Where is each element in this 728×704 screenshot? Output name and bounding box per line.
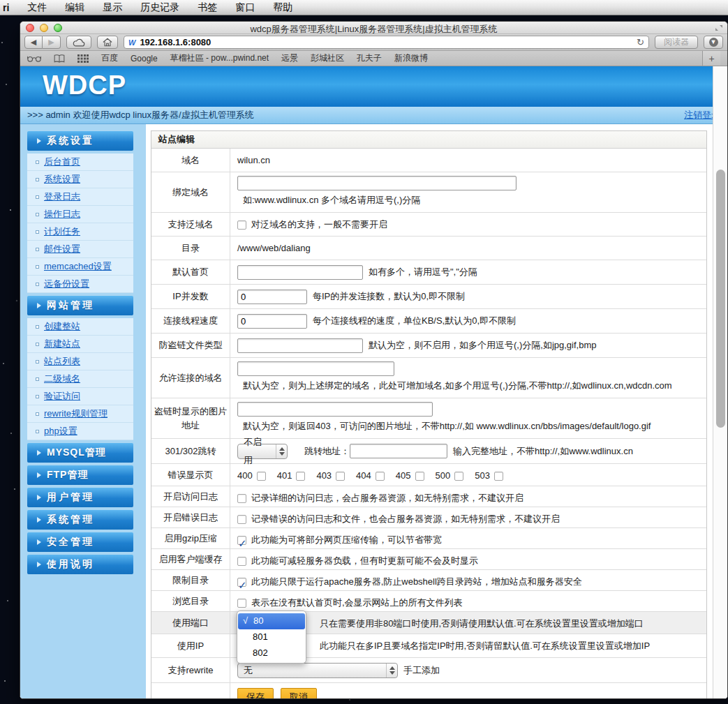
error-404-checkbox[interactable]: [376, 472, 385, 481]
error-401-checkbox[interactable]: [296, 472, 305, 481]
bookmark-yuanjing[interactable]: 远景: [281, 52, 298, 64]
row-allow-domains: 允许连接的域名 默认为空，则为上述绑定的域名，此处可增加域名,如多个用逗号(,)…: [151, 358, 706, 398]
wdcp-logo: WDCP: [43, 70, 126, 100]
bookmark-kongfuzi[interactable]: 孔夫子: [357, 52, 382, 64]
sidebar-section-help[interactable]: 使用说明: [27, 555, 133, 574]
menu-history[interactable]: 历史记录: [140, 1, 179, 14]
sidebar-item-login-log[interactable]: 登录日志: [27, 188, 133, 206]
sidebar-section-users[interactable]: 用户管理: [27, 488, 133, 507]
sidebar-item-rewrite-rules[interactable]: rewrite规则管理: [27, 405, 133, 423]
forward-button[interactable]: ▶: [43, 36, 61, 49]
menu-file[interactable]: 文件: [27, 1, 47, 14]
menu-view[interactable]: 显示: [103, 1, 122, 14]
cancel-button[interactable]: 取消: [281, 688, 317, 699]
bookmark-google[interactable]: Google: [131, 54, 158, 63]
bookmark-baidu[interactable]: 百度: [101, 52, 118, 64]
home-icon: [103, 38, 112, 47]
scrollbar-thumb[interactable]: [716, 170, 725, 428]
select-arrows-icon: [276, 444, 287, 458]
leech-image-input[interactable]: [237, 402, 433, 417]
new-tab-button[interactable]: +: [702, 51, 720, 66]
redirect-address-input[interactable]: [350, 444, 447, 458]
sidebar-item-php-settings[interactable]: php设置: [27, 423, 133, 440]
redirect-select[interactable]: 不启用: [237, 444, 288, 459]
downloads-button[interactable]: ▼: [704, 36, 723, 49]
app-menu[interactable]: ri: [3, 2, 9, 13]
port-option-802[interactable]: 802: [237, 645, 306, 661]
port-option-801[interactable]: 801: [237, 629, 306, 645]
rewrite-select[interactable]: 无: [237, 663, 398, 678]
error-500-checkbox[interactable]: [454, 472, 463, 481]
menu-window[interactable]: 窗口: [235, 1, 255, 14]
antileech-types-input[interactable]: [237, 338, 363, 353]
port-option-80[interactable]: 80: [238, 613, 305, 629]
url-text[interactable]: 192.168.1.6:8080: [140, 37, 632, 47]
error-400-checkbox[interactable]: [257, 472, 266, 481]
title-bar[interactable]: wdcp服务器管理系统|Linux服务器管理系统|虚拟主机管理系统: [20, 22, 727, 34]
error-405-checkbox[interactable]: [415, 472, 424, 481]
bullet-icon: [36, 213, 39, 216]
sidebar-section-ftp[interactable]: FTP管理: [27, 465, 133, 485]
home-button[interactable]: [97, 36, 118, 49]
client-cache-checkbox[interactable]: [237, 557, 246, 566]
bullet-icon: [36, 230, 39, 234]
bookmark-sina-weibo[interactable]: 新浪微博: [394, 52, 428, 64]
address-bar[interactable]: W 192.168.1.6:8080 ↻: [124, 36, 649, 49]
index-page-input[interactable]: [237, 265, 363, 280]
menu-bookmarks[interactable]: 书签: [198, 1, 217, 14]
sidebar-item-system-settings[interactable]: 系统设置: [27, 171, 133, 188]
sidebar-item-site-list[interactable]: 站点列表: [27, 353, 133, 370]
bookmarks-book-icon[interactable]: [54, 54, 65, 63]
bind-domain-input[interactable]: [237, 176, 517, 190]
sidebar-item-auth-access[interactable]: 验证访问: [27, 388, 133, 405]
sidebar-item-mail-settings[interactable]: 邮件设置: [27, 241, 133, 258]
row-bind-domain: 绑定域名 如:www.wdlinux.cn 多个域名请用逗号(,)分隔: [151, 172, 706, 213]
sidebar-section-mysql[interactable]: MYSQL管理: [27, 443, 133, 463]
row-antileech-types: 防盗链文件类型 默认为空，则不启用，如多个用逗号(,)分隔,如jpg,gif,b…: [151, 334, 706, 358]
thread-speed-input[interactable]: [237, 314, 307, 329]
icloud-tabs-button[interactable]: [66, 36, 91, 49]
row-ip: 使用IP 此功能只在多IP且要域名指定IP时用,否则请留默认值.可在系统设置里设…: [151, 634, 706, 658]
sidebar-section-website-management[interactable]: 网站管理: [27, 296, 133, 315]
browse-dir-checkbox[interactable]: [237, 599, 246, 608]
gzip-checkbox[interactable]: [237, 536, 246, 545]
fullscreen-icon[interactable]: [715, 24, 723, 31]
sidebar-item-remote-backup[interactable]: 远备份设置: [27, 276, 133, 293]
vertical-scrollbar[interactable]: [713, 66, 727, 698]
browser-toolbar: ◀ ▶ W 192.168.1.6:8080 ↻ 阅读器 ▼: [20, 34, 727, 51]
sidebar-section-system-management[interactable]: 系统管理: [27, 510, 133, 530]
sidebar-item-operation-log[interactable]: 操作日志: [27, 206, 133, 223]
menu-edit[interactable]: 编辑: [65, 1, 84, 14]
reading-list-icon[interactable]: [27, 55, 41, 62]
cloud-icon: [73, 38, 85, 47]
sidebar-item-create-full-site[interactable]: 创建整站: [27, 318, 133, 336]
sidebar-section-system-settings[interactable]: 系统设置: [27, 131, 133, 151]
sidebar-item-memcached[interactable]: memcached设置: [27, 258, 133, 276]
row-redirect: 301/302跳转 不启用 跳转地址： 输入完整地址，不带http://,如ww…: [151, 439, 706, 464]
sidebar-item-subdomain[interactable]: 二级域名: [27, 370, 133, 388]
select-arrows-icon: [386, 664, 397, 677]
sidebar-item-new-site[interactable]: 新建站点: [27, 336, 133, 353]
chevron-right-icon: [37, 303, 41, 308]
ip-concurrency-input[interactable]: [237, 290, 307, 304]
menu-help[interactable]: 帮助: [273, 1, 292, 14]
reader-button[interactable]: 阅读器: [655, 36, 698, 49]
bookmark-forum[interactable]: 草榴社區 - pow...pwind.net: [170, 52, 269, 64]
sidebar-item-cron[interactable]: 计划任务: [27, 223, 133, 241]
top-sites-grid-icon[interactable]: [77, 54, 89, 63]
sidebar-item-dashboard[interactable]: 后台首页: [27, 153, 133, 171]
save-button[interactable]: 保存: [237, 688, 274, 699]
error-log-checkbox[interactable]: [237, 515, 246, 524]
limit-dir-checkbox[interactable]: [237, 578, 246, 587]
bookmarks-bar: 百度 Google 草榴社區 - pow...pwind.net 远景 彭城社区…: [20, 51, 727, 66]
allow-domains-input[interactable]: [237, 361, 394, 376]
error-403-checkbox[interactable]: [336, 472, 345, 481]
error-503-checkbox[interactable]: [494, 472, 503, 481]
access-log-checkbox[interactable]: [237, 494, 246, 503]
bookmark-pengcheng[interactable]: 彭城社区: [311, 52, 344, 64]
sidebar-section-security[interactable]: 安全管理: [27, 532, 133, 552]
form-title: 站点编辑: [151, 131, 706, 149]
wildcard-checkbox[interactable]: [237, 220, 246, 230]
reload-icon[interactable]: ↻: [637, 37, 644, 47]
back-button[interactable]: ◀: [24, 36, 43, 49]
